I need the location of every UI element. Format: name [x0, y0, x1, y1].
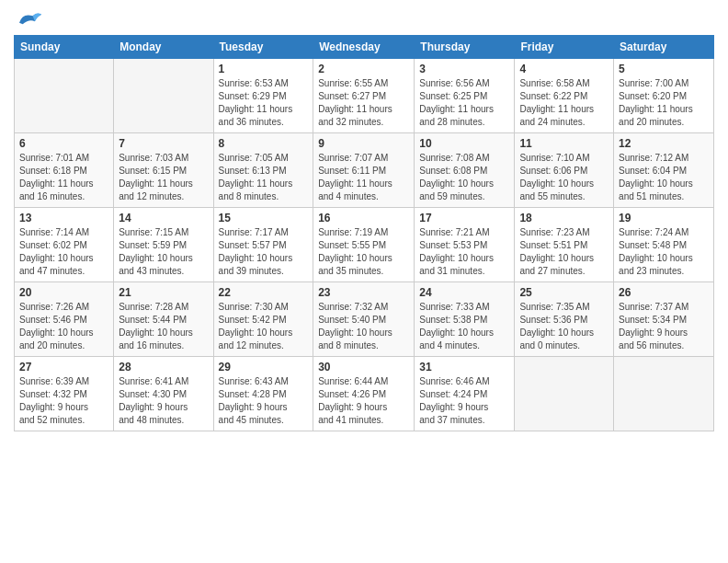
calendar-cell: 15Sunrise: 7:17 AMSunset: 5:57 PMDayligh… [213, 208, 313, 282]
day-info: Sunrise: 7:24 AMSunset: 5:48 PMDaylight:… [619, 226, 709, 278]
calendar-week-row: 27Sunrise: 6:39 AMSunset: 4:32 PMDayligh… [15, 357, 714, 431]
day-number: 20 [19, 286, 108, 299]
col-header-wednesday: Wednesday [313, 36, 415, 59]
day-info: Sunrise: 7:05 AMSunset: 6:13 PMDaylight:… [219, 152, 309, 203]
day-info: Sunrise: 6:44 AMSunset: 4:26 PMDaylight:… [318, 375, 409, 427]
day-number: 4 [519, 63, 609, 75]
calendar-cell: 30Sunrise: 6:44 AMSunset: 4:26 PMDayligh… [313, 357, 415, 431]
day-number: 23 [318, 286, 409, 299]
day-info: Sunrise: 7:12 AMSunset: 6:04 PMDaylight:… [619, 152, 709, 203]
calendar-cell: 4Sunrise: 6:58 AMSunset: 6:22 PMDaylight… [515, 59, 614, 133]
calendar-week-row: 6Sunrise: 7:01 AMSunset: 6:18 PMDaylight… [15, 133, 714, 208]
day-info: Sunrise: 6:39 AMSunset: 4:32 PMDaylight:… [19, 375, 108, 427]
calendar-cell: 12Sunrise: 7:12 AMSunset: 6:04 PMDayligh… [614, 133, 714, 208]
calendar-cell: 31Sunrise: 6:46 AMSunset: 4:24 PMDayligh… [415, 357, 515, 431]
calendar-cell: 23Sunrise: 7:32 AMSunset: 5:40 PMDayligh… [313, 282, 415, 357]
day-number: 19 [619, 212, 709, 224]
calendar-cell: 21Sunrise: 7:28 AMSunset: 5:44 PMDayligh… [114, 282, 213, 357]
calendar-week-row: 13Sunrise: 7:14 AMSunset: 6:02 PMDayligh… [15, 208, 714, 282]
calendar-cell [15, 59, 114, 133]
day-number: 29 [219, 361, 309, 373]
day-number: 21 [119, 286, 208, 299]
day-number: 1 [219, 63, 309, 75]
day-info: Sunrise: 7:33 AMSunset: 5:38 PMDaylight:… [419, 301, 509, 352]
calendar-cell: 9Sunrise: 7:07 AMSunset: 6:11 PMDaylight… [313, 133, 415, 208]
col-header-saturday: Saturday [614, 36, 714, 59]
day-number: 30 [318, 361, 409, 373]
day-info: Sunrise: 7:28 AMSunset: 5:44 PMDaylight:… [119, 301, 208, 352]
day-number: 16 [318, 212, 409, 224]
col-header-friday: Friday [515, 36, 614, 59]
day-number: 14 [119, 212, 208, 224]
col-header-tuesday: Tuesday [213, 36, 313, 59]
calendar-cell: 20Sunrise: 7:26 AMSunset: 5:46 PMDayligh… [15, 282, 114, 357]
day-info: Sunrise: 6:56 AMSunset: 6:25 PMDaylight:… [419, 77, 509, 129]
day-info: Sunrise: 6:46 AMSunset: 4:24 PMDaylight:… [419, 375, 509, 427]
calendar-cell: 7Sunrise: 7:03 AMSunset: 6:15 PMDaylight… [114, 133, 213, 208]
day-info: Sunrise: 6:58 AMSunset: 6:22 PMDaylight:… [519, 77, 609, 129]
day-number: 12 [619, 137, 709, 150]
day-info: Sunrise: 7:07 AMSunset: 6:11 PMDaylight:… [318, 152, 409, 203]
day-info: Sunrise: 7:15 AMSunset: 5:59 PMDaylight:… [119, 226, 208, 278]
day-info: Sunrise: 6:41 AMSunset: 4:30 PMDaylight:… [119, 375, 208, 427]
calendar-cell: 14Sunrise: 7:15 AMSunset: 5:59 PMDayligh… [114, 208, 213, 282]
day-info: Sunrise: 7:35 AMSunset: 5:36 PMDaylight:… [519, 301, 609, 352]
calendar-week-row: 20Sunrise: 7:26 AMSunset: 5:46 PMDayligh… [15, 282, 714, 357]
day-info: Sunrise: 7:01 AMSunset: 6:18 PMDaylight:… [19, 152, 108, 203]
day-number: 8 [219, 137, 309, 150]
day-number: 22 [219, 286, 309, 299]
logo-icon [16, 9, 43, 29]
day-number: 11 [519, 137, 609, 150]
day-info: Sunrise: 7:17 AMSunset: 5:57 PMDaylight:… [219, 226, 309, 278]
calendar-cell: 22Sunrise: 7:30 AMSunset: 5:42 PMDayligh… [213, 282, 313, 357]
day-number: 24 [419, 286, 509, 299]
day-info: Sunrise: 7:37 AMSunset: 5:34 PMDaylight:… [619, 301, 709, 352]
day-info: Sunrise: 7:08 AMSunset: 6:08 PMDaylight:… [419, 152, 509, 203]
calendar-cell: 18Sunrise: 7:23 AMSunset: 5:51 PMDayligh… [515, 208, 614, 282]
calendar-cell [515, 357, 614, 431]
calendar-cell: 8Sunrise: 7:05 AMSunset: 6:13 PMDaylight… [213, 133, 313, 208]
calendar-cell: 1Sunrise: 6:53 AMSunset: 6:29 PMDaylight… [213, 59, 313, 133]
calendar-cell: 24Sunrise: 7:33 AMSunset: 5:38 PMDayligh… [415, 282, 515, 357]
day-number: 27 [19, 361, 108, 373]
day-info: Sunrise: 6:55 AMSunset: 6:27 PMDaylight:… [318, 77, 409, 129]
day-info: Sunrise: 7:14 AMSunset: 6:02 PMDaylight:… [19, 226, 108, 278]
day-number: 26 [619, 286, 709, 299]
col-header-monday: Monday [114, 36, 213, 59]
calendar-cell: 13Sunrise: 7:14 AMSunset: 6:02 PMDayligh… [15, 208, 114, 282]
calendar-cell: 5Sunrise: 7:00 AMSunset: 6:20 PMDaylight… [614, 59, 714, 133]
day-number: 18 [519, 212, 609, 224]
day-info: Sunrise: 7:30 AMSunset: 5:42 PMDaylight:… [219, 301, 309, 352]
col-header-sunday: Sunday [15, 36, 114, 59]
day-number: 2 [318, 63, 409, 75]
day-info: Sunrise: 7:00 AMSunset: 6:20 PMDaylight:… [619, 77, 709, 129]
col-header-thursday: Thursday [415, 36, 515, 59]
day-info: Sunrise: 6:53 AMSunset: 6:29 PMDaylight:… [219, 77, 309, 129]
calendar-cell: 11Sunrise: 7:10 AMSunset: 6:06 PMDayligh… [515, 133, 614, 208]
calendar-cell: 10Sunrise: 7:08 AMSunset: 6:08 PMDayligh… [415, 133, 515, 208]
day-number: 5 [619, 63, 709, 75]
calendar-cell: 6Sunrise: 7:01 AMSunset: 6:18 PMDaylight… [15, 133, 114, 208]
day-info: Sunrise: 7:26 AMSunset: 5:46 PMDaylight:… [19, 301, 108, 352]
calendar-cell [614, 357, 714, 431]
day-info: Sunrise: 7:21 AMSunset: 5:53 PMDaylight:… [419, 226, 509, 278]
calendar-cell [114, 59, 213, 133]
calendar-week-row: 1Sunrise: 6:53 AMSunset: 6:29 PMDaylight… [15, 59, 714, 133]
logo [14, 9, 43, 29]
day-info: Sunrise: 7:10 AMSunset: 6:06 PMDaylight:… [519, 152, 609, 203]
day-number: 10 [419, 137, 509, 150]
day-number: 13 [19, 212, 108, 224]
day-number: 31 [419, 361, 509, 373]
calendar-cell: 27Sunrise: 6:39 AMSunset: 4:32 PMDayligh… [15, 357, 114, 431]
day-info: Sunrise: 7:23 AMSunset: 5:51 PMDaylight:… [519, 226, 609, 278]
calendar-cell: 28Sunrise: 6:41 AMSunset: 4:30 PMDayligh… [114, 357, 213, 431]
day-info: Sunrise: 7:19 AMSunset: 5:55 PMDaylight:… [318, 226, 409, 278]
day-number: 6 [19, 137, 108, 150]
calendar-cell: 29Sunrise: 6:43 AMSunset: 4:28 PMDayligh… [213, 357, 313, 431]
calendar-cell: 26Sunrise: 7:37 AMSunset: 5:34 PMDayligh… [614, 282, 714, 357]
day-number: 7 [119, 137, 208, 150]
day-info: Sunrise: 7:32 AMSunset: 5:40 PMDaylight:… [318, 301, 409, 352]
calendar-cell: 3Sunrise: 6:56 AMSunset: 6:25 PMDaylight… [415, 59, 515, 133]
calendar-table: SundayMondayTuesdayWednesdayThursdayFrid… [14, 35, 714, 431]
day-number: 3 [419, 63, 509, 75]
